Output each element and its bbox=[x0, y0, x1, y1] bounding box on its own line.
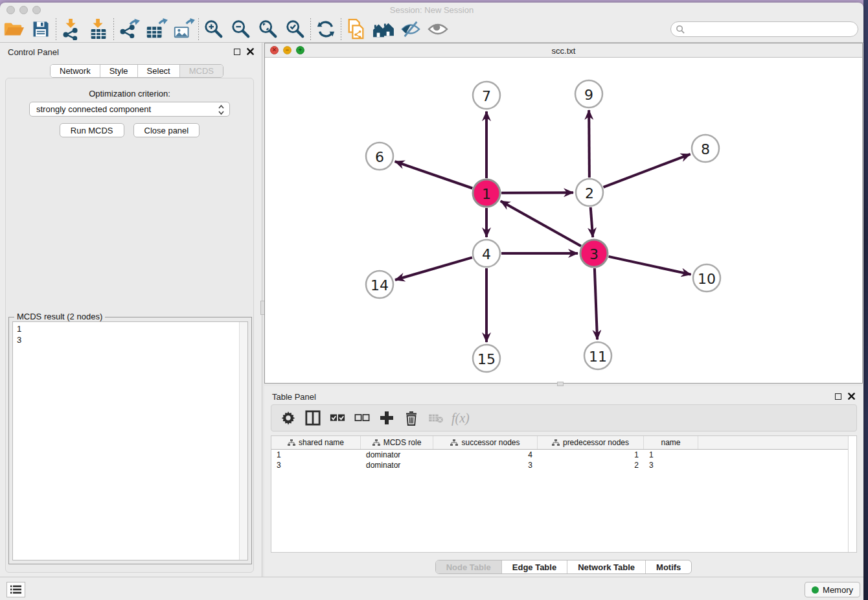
column-header-predecessor-nodes[interactable]: predecessor nodes bbox=[538, 436, 644, 449]
column-header-label: predecessor nodes bbox=[563, 438, 629, 447]
table-panel-title: Table Panel bbox=[272, 392, 316, 402]
graph-node-9[interactable]: 9 bbox=[575, 80, 602, 108]
edge-3-11[interactable] bbox=[595, 268, 597, 340]
import-table-button[interactable] bbox=[85, 17, 112, 41]
graph-node-11[interactable]: 11 bbox=[584, 342, 611, 369]
delete-column-button[interactable] bbox=[401, 407, 422, 429]
edge-4-14[interactable] bbox=[395, 257, 472, 280]
refresh-button[interactable] bbox=[312, 17, 339, 41]
criterion-select[interactable]: strongly connected component bbox=[29, 102, 230, 117]
columns-icon bbox=[305, 410, 321, 426]
edge-3-10[interactable] bbox=[608, 257, 691, 275]
edge-2-9[interactable] bbox=[589, 110, 589, 178]
column-header-label: name bbox=[661, 438, 680, 447]
houses-icon bbox=[372, 19, 395, 39]
table-settings-button[interactable] bbox=[278, 407, 299, 429]
table-row[interactable]: 1dominator411 bbox=[271, 450, 856, 460]
search-icon bbox=[676, 25, 685, 34]
zoom-fit-icon bbox=[258, 19, 279, 40]
tab-node-table[interactable]: Node Table bbox=[436, 560, 501, 573]
table-scrollbar[interactable] bbox=[848, 436, 856, 552]
column-view-button[interactable] bbox=[303, 407, 323, 429]
zoom-out-button[interactable] bbox=[227, 17, 255, 41]
edge-1-2[interactable] bbox=[501, 192, 573, 193]
table-panel: Table Panel bbox=[264, 386, 863, 577]
eye-slash-icon bbox=[400, 19, 422, 39]
edge-2-8[interactable] bbox=[604, 154, 691, 187]
edge-3-1[interactable] bbox=[501, 201, 581, 246]
tab-select[interactable]: Select bbox=[137, 65, 179, 77]
graph-node-1[interactable]: 1 bbox=[473, 179, 500, 207]
table-row[interactable]: 3dominator323 bbox=[271, 460, 856, 470]
tab-mcds[interactable]: MCDS bbox=[179, 65, 223, 77]
tab-motifs[interactable]: Motifs bbox=[645, 560, 691, 573]
task-history-button[interactable] bbox=[6, 582, 25, 597]
zoom-selected-button[interactable] bbox=[282, 17, 309, 41]
float-table-panel-icon[interactable] bbox=[835, 393, 841, 400]
node-label: 14 bbox=[371, 277, 389, 294]
graph-node-8[interactable]: 8 bbox=[692, 135, 719, 162]
graph-node-7[interactable]: 7 bbox=[473, 82, 500, 109]
mcds-result-title: MCDS result (2 nodes) bbox=[14, 312, 105, 321]
table-cell: 3 bbox=[271, 460, 361, 470]
graph-node-4[interactable]: 4 bbox=[473, 240, 500, 267]
graph-node-14[interactable]: 14 bbox=[366, 271, 393, 298]
import-network-button[interactable] bbox=[58, 17, 85, 41]
tab-edge-table[interactable]: Edge Table bbox=[501, 560, 567, 573]
horizontal-splitter-grip[interactable] bbox=[557, 382, 564, 386]
column-header-MCDS-role[interactable]: MCDS role bbox=[361, 436, 433, 449]
memory-button[interactable]: Memory bbox=[805, 582, 860, 597]
float-panel-icon[interactable] bbox=[234, 49, 240, 55]
graph-node-10[interactable]: 10 bbox=[693, 264, 720, 292]
graph-node-3[interactable]: 3 bbox=[580, 240, 608, 267]
mcds-result-list[interactable]: 13 bbox=[12, 321, 248, 560]
close-panel-icon[interactable] bbox=[247, 48, 254, 55]
close-panel-button[interactable]: Close panel bbox=[133, 123, 200, 137]
network-canvas[interactable]: 7968124314101511 bbox=[265, 58, 862, 383]
column-type-icon bbox=[552, 439, 560, 446]
control-panel-tabs: NetworkStyleSelectMCDS bbox=[50, 64, 223, 78]
node-label: 7 bbox=[482, 88, 491, 104]
memory-label: Memory bbox=[823, 585, 853, 595]
application-window: Session: New Session bbox=[0, 3, 863, 600]
search-input[interactable] bbox=[670, 21, 858, 37]
show-all-button[interactable] bbox=[370, 17, 397, 41]
graph-node-6[interactable]: 6 bbox=[366, 143, 393, 170]
table-cell: 2 bbox=[538, 460, 644, 470]
zoom-in-button[interactable] bbox=[200, 17, 227, 41]
table-cell: 1 bbox=[271, 450, 361, 460]
edge-2-3[interactable] bbox=[591, 207, 593, 237]
close-table-panel-icon[interactable] bbox=[848, 393, 855, 400]
node-label: 4 bbox=[482, 246, 491, 262]
edge-1-6[interactable] bbox=[395, 161, 473, 188]
network-graph: 7968124314101511 bbox=[265, 58, 862, 383]
column-header-shared-name[interactable]: shared name bbox=[271, 436, 361, 449]
tab-network-table[interactable]: Network Table bbox=[567, 560, 645, 573]
column-type-icon bbox=[288, 439, 295, 446]
table-toolbar: f(x) bbox=[271, 404, 857, 432]
run-mcds-button[interactable]: Run MCDS bbox=[60, 123, 124, 137]
mcds-result-scrollbar[interactable] bbox=[239, 322, 247, 560]
clone-network-button[interactable] bbox=[343, 17, 370, 41]
graph-node-15[interactable]: 15 bbox=[473, 345, 500, 372]
unselect-all-button[interactable] bbox=[352, 407, 372, 429]
tab-style[interactable]: Style bbox=[100, 65, 137, 77]
export-table-button[interactable] bbox=[143, 17, 170, 41]
zoom-fit-button[interactable] bbox=[255, 17, 282, 41]
tab-network[interactable]: Network bbox=[51, 65, 100, 77]
column-type-icon bbox=[450, 439, 458, 446]
column-header-successor-nodes[interactable]: successor nodes bbox=[433, 436, 538, 449]
gear-icon bbox=[281, 411, 295, 425]
add-column-button[interactable] bbox=[376, 407, 397, 429]
export-network-button[interactable] bbox=[115, 17, 143, 41]
node-label: 1 bbox=[482, 186, 491, 202]
graph-node-2[interactable]: 2 bbox=[576, 179, 603, 206]
select-all-button[interactable] bbox=[327, 407, 348, 429]
show-eye-button[interactable] bbox=[424, 17, 451, 41]
open-session-button[interactable] bbox=[0, 17, 27, 41]
save-session-button[interactable] bbox=[27, 17, 54, 41]
hide-selected-button[interactable] bbox=[397, 17, 424, 41]
export-image-button[interactable] bbox=[170, 17, 197, 41]
column-header-name[interactable]: name bbox=[644, 436, 698, 449]
function-builder-button: f(x) bbox=[450, 411, 470, 426]
